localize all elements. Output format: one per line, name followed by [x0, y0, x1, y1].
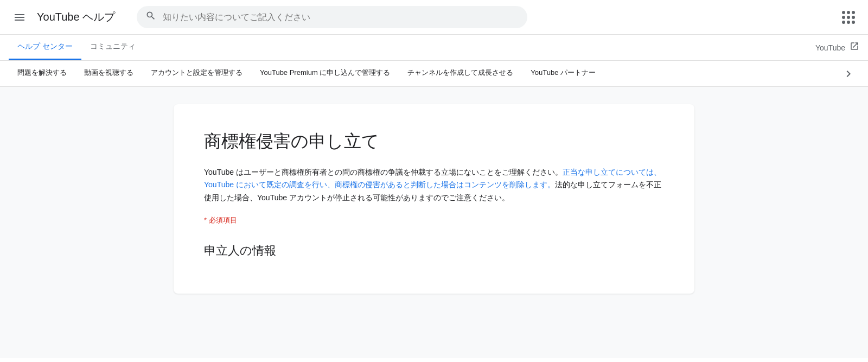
search-bar-container [137, 6, 527, 28]
section-title: 申立人の情報 [204, 243, 664, 259]
apps-dots-grid [842, 11, 855, 24]
category-premium[interactable]: YouTube Premium に申し込んで管理する [251, 61, 399, 86]
main-content: 商標権侵害の申し立て YouTube はユーザーと商標権所有者との問の商標権の争… [0, 87, 868, 358]
body-text-part1: YouTube はユーザーと商標権所有者との問の商標権の争議を仲裁する立場にない… [204, 168, 563, 176]
search-icon [145, 10, 156, 24]
site-title: YouTube ヘルプ [37, 10, 115, 24]
apps-icon[interactable] [838, 7, 859, 28]
content-card: 商標権侵害の申し立て YouTube はユーザーと商標権所有者との問の商標権の争… [174, 104, 694, 294]
nav-tabs-left: ヘルプ センター コミュニティ [9, 35, 144, 60]
article-body: YouTube はユーザーと商標権所有者との問の商標権の争議を仲裁する立場にない… [204, 166, 664, 205]
search-input[interactable] [163, 12, 519, 22]
tab-community[interactable]: コミュニティ [81, 35, 144, 60]
category-nav: 問題を解決する 動画を視聴する アカウントと設定を管理する YouTube Pr… [0, 61, 868, 87]
article-title: 商標権侵害の申し立て [204, 130, 664, 153]
category-troubleshoot[interactable]: 問題を解決する [9, 61, 75, 86]
category-partner[interactable]: YouTube パートナー [522, 61, 604, 86]
nav-tabs-row: ヘルプ センター コミュニティ YouTube [0, 35, 868, 61]
category-account[interactable]: アカウントと設定を管理する [142, 61, 251, 86]
top-header: YouTube ヘルプ [0, 0, 868, 35]
required-note: * 必須項目 [204, 215, 664, 225]
youtube-label: YouTube [815, 43, 845, 52]
category-watch[interactable]: 動画を視聴する [75, 61, 142, 86]
menu-icon[interactable] [9, 7, 30, 28]
header-right [838, 7, 859, 28]
category-channel[interactable]: チャンネルを作成して成長させる [399, 61, 522, 86]
category-more-button[interactable] [838, 61, 859, 86]
search-bar [137, 6, 527, 28]
header-left: YouTube ヘルプ [9, 7, 128, 28]
external-link-icon [850, 41, 859, 54]
tab-help-center[interactable]: ヘルプ センター [9, 35, 81, 60]
youtube-external-link[interactable]: YouTube [815, 41, 859, 54]
